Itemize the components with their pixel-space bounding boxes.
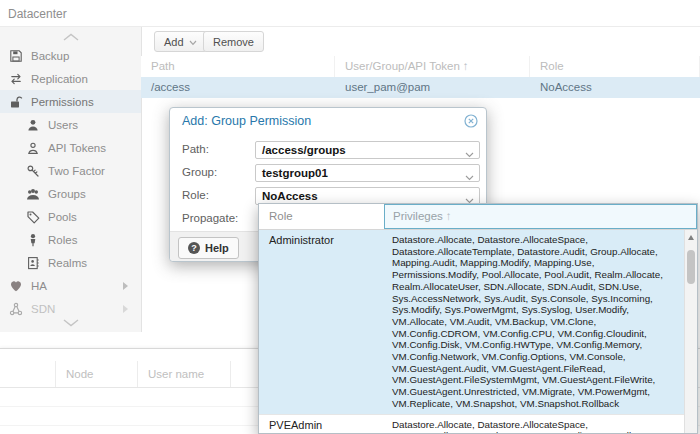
column-header-path[interactable]: Path	[141, 56, 335, 77]
sidebar-item-users[interactable]: Users	[0, 113, 141, 136]
sidebar-item-two-factor[interactable]: Two Factor	[0, 159, 141, 182]
replication-icon	[9, 72, 24, 86]
column-header-role[interactable]: Role	[530, 56, 700, 77]
sdn-icon	[9, 302, 24, 316]
proxmox-datacenter-screen: Datacenter BackupReplicationPermissionsU…	[0, 0, 700, 434]
pools-icon	[26, 210, 41, 224]
sidebar-item-label: Groups	[48, 188, 86, 200]
permissions-icon	[9, 95, 24, 109]
remove-button-label: Remove	[213, 36, 254, 48]
role-option-name: PVEAdmin	[259, 415, 384, 433]
expand-arrow-icon	[123, 305, 128, 313]
close-icon[interactable]	[464, 114, 478, 128]
sidebar-item-api-tokens[interactable]: API Tokens	[0, 136, 141, 159]
sidebar-item-label: Roles	[48, 234, 77, 246]
dialog-title: Add: Group Permission	[182, 114, 311, 128]
expand-arrow-icon	[123, 282, 128, 290]
role-option-privileges: Datastore.Allocate, Datastore.AllocateSp…	[384, 230, 684, 414]
page-title: Datacenter	[8, 7, 67, 21]
table-row-access[interactable]: /access user_pam@pam NoAccess	[141, 77, 700, 98]
add-button-label: Add	[164, 36, 184, 48]
scrollbar-thumb[interactable]	[687, 250, 695, 284]
sidebar-item-pools[interactable]: Pools	[0, 205, 141, 228]
ha-icon	[9, 279, 24, 293]
sidebar-item-label: API Tokens	[48, 142, 106, 154]
sidebar-items: BackupReplicationPermissionsUsersAPI Tok…	[0, 44, 141, 320]
path-combobox[interactable]: /access/groups	[255, 141, 480, 159]
sidebar-item-label: SDN	[31, 303, 55, 315]
tasks-column-blank[interactable]	[0, 361, 55, 387]
field-label-path: Path:	[182, 143, 209, 155]
roles-icon	[26, 233, 41, 247]
help-button-label: Help	[205, 242, 229, 254]
field-label-propagate: Propagate:	[182, 212, 238, 224]
sidebar-item-groups[interactable]: Groups	[0, 182, 141, 205]
dropdown-column-role[interactable]: Role	[259, 204, 384, 229]
column-header-user-group-token[interactable]: User/Group/API Token↑	[335, 56, 530, 77]
sort-asc-icon: ↑	[463, 60, 469, 72]
scrollbar[interactable]	[684, 230, 697, 433]
sidebar: BackupReplicationPermissionsUsersAPI Tok…	[0, 27, 142, 332]
role-dropdown-panel: Role Privileges↑ Administrator Datastore…	[258, 203, 698, 434]
scroll-up-icon[interactable]	[54, 31, 88, 41]
sidebar-item-permissions[interactable]: Permissions	[0, 90, 141, 113]
groups-icon	[26, 187, 41, 201]
sidebar-item-backup[interactable]: Backup	[0, 44, 141, 67]
sort-asc-icon: ↑	[446, 210, 452, 222]
role-option-administrator[interactable]: Administrator Datastore.Allocate, Datast…	[259, 230, 684, 414]
cell-user: user_pam@pam	[335, 77, 530, 98]
field-label-group: Group:	[182, 166, 217, 178]
sidebar-item-label: Two Factor	[48, 165, 105, 177]
cell-role: NoAccess	[530, 77, 700, 98]
scrollbar-up-icon[interactable]	[685, 230, 697, 244]
dropdown-column-privileges[interactable]: Privileges↑	[384, 204, 697, 229]
add-button[interactable]: Add	[154, 31, 207, 52]
realms-icon	[26, 256, 41, 270]
top-bar: Datacenter	[0, 0, 700, 27]
sidebar-item-realms[interactable]: Realms	[0, 251, 141, 274]
chevron-down-icon	[465, 171, 474, 183]
backup-icon	[9, 49, 24, 63]
sidebar-item-label: Permissions	[31, 96, 94, 108]
cell-path: /access	[141, 77, 335, 98]
remove-button[interactable]: Remove	[203, 31, 264, 52]
tasks-column-node[interactable]: Node	[55, 361, 137, 387]
scroll-down-icon[interactable]	[54, 317, 88, 327]
question-mark-icon: ?	[188, 242, 200, 254]
sidebar-item-roles[interactable]: Roles	[0, 228, 141, 251]
role-option-name: Administrator	[259, 230, 384, 414]
chevron-down-icon	[189, 36, 197, 48]
api-tokens-icon	[26, 141, 41, 155]
path-combobox-value: /access/groups	[262, 142, 346, 158]
two-factor-icon	[26, 164, 41, 178]
sidebar-item-label: Backup	[31, 50, 69, 62]
role-dropdown-list: Administrator Datastore.Allocate, Datast…	[259, 230, 684, 433]
group-combobox[interactable]: testgroup01	[255, 164, 480, 182]
role-option-pveadmin[interactable]: PVEAdmin Datastore.Allocate, Datastore.A…	[259, 414, 684, 433]
role-dropdown-header: Role Privileges↑	[259, 204, 697, 230]
sidebar-item-ha[interactable]: HA	[0, 274, 141, 297]
sidebar-item-replication[interactable]: Replication	[0, 67, 141, 90]
users-icon	[26, 118, 41, 132]
role-combobox-value: NoAccess	[262, 188, 318, 204]
sidebar-item-label: Users	[48, 119, 78, 131]
permissions-table-header: Path User/Group/API Token↑ Role	[141, 56, 700, 78]
tasks-column-user-name[interactable]: User name	[137, 361, 230, 387]
sidebar-item-label: Realms	[48, 257, 87, 269]
role-option-privileges: Datastore.Allocate, Datastore.AllocateSp…	[384, 415, 684, 433]
sidebar-item-label: HA	[31, 280, 47, 292]
field-label-role: Role:	[182, 189, 209, 201]
sidebar-item-label: Replication	[31, 73, 88, 85]
chevron-down-icon	[465, 148, 474, 160]
help-button[interactable]: ? Help	[178, 237, 239, 259]
group-combobox-value: testgroup01	[262, 165, 328, 181]
sidebar-item-label: Pools	[48, 211, 77, 223]
